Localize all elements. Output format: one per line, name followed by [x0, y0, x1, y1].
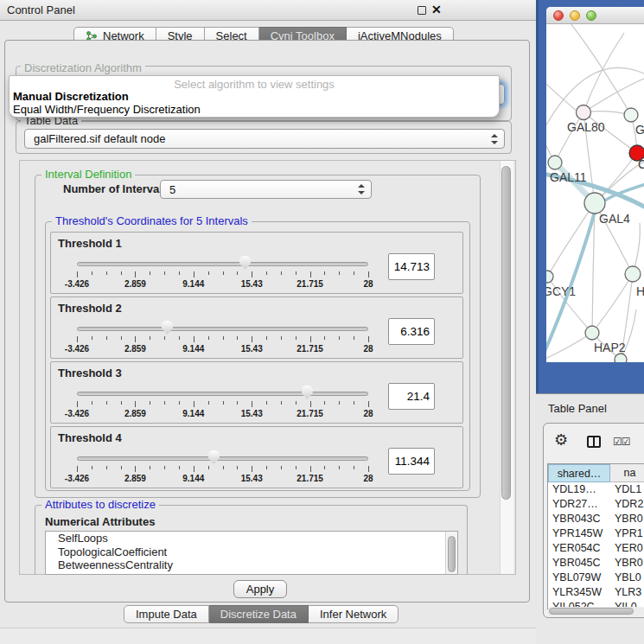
- table-row[interactable]: YDR27…YDR2: [548, 497, 644, 512]
- table-row[interactable]: YDL19…YDL1: [548, 482, 644, 497]
- slider-minor-tick: [296, 336, 296, 340]
- slider-tick: [77, 271, 78, 277]
- table-cell[interactable]: YPR145W: [548, 526, 610, 541]
- slider-minor-tick: [354, 401, 354, 405]
- table-cell[interactable]: YBL0: [610, 571, 644, 585]
- apply-button[interactable]: Apply: [233, 580, 287, 598]
- table-cell[interactable]: YBR0: [610, 556, 644, 571]
- attribute-list-item[interactable]: BetweennessCentrality: [46, 558, 457, 572]
- slider-minor-tick: [121, 271, 122, 275]
- table-horizontal-scrollbar[interactable]: [548, 607, 644, 615]
- slider-track[interactable]: [77, 262, 368, 266]
- table-row[interactable]: YLR345WYLR3: [548, 585, 644, 600]
- slider-minor-tick: [92, 401, 92, 405]
- checkbox-icons[interactable]: ☑☑: [613, 436, 630, 448]
- table-cell[interactable]: YDL19…: [548, 482, 610, 497]
- list-scrollbar[interactable]: [445, 532, 457, 574]
- table-cell[interactable]: YPR1: [610, 526, 644, 541]
- network-node[interactable]: [548, 156, 562, 169]
- tab-infer-network[interactable]: Infer Network: [309, 605, 399, 623]
- minimize-traffic-light-icon[interactable]: [570, 10, 580, 21]
- dropdown-option-equal-width-frequency[interactable]: Equal Width/Frequency Discretization: [10, 103, 499, 116]
- tab-discretize-data[interactable]: Discretize Data: [209, 605, 309, 623]
- dropdown-placeholder-item[interactable]: Select algorithm to view settings: [10, 76, 499, 90]
- slider-tick-label: 28: [363, 344, 373, 354]
- table-row[interactable]: YBR045CYBR0: [548, 556, 644, 571]
- table-cell[interactable]: YBR0: [610, 512, 644, 526]
- slider-minor-tick: [281, 271, 282, 275]
- table-row[interactable]: YBL079WYBL0: [548, 571, 644, 585]
- table-cell[interactable]: YBR043C: [548, 512, 610, 526]
- slider-tick-label: 15.43: [241, 409, 263, 418]
- slider-tick-label: 9.144: [182, 279, 204, 289]
- attribute-list-item[interactable]: SelfLoops: [46, 532, 457, 545]
- slider-minor-tick: [208, 336, 209, 340]
- network-node[interactable]: [577, 105, 591, 120]
- table-cell[interactable]: YER0: [610, 541, 644, 556]
- table-cell[interactable]: YER054C: [548, 541, 610, 556]
- slider-minor-tick: [354, 466, 354, 469]
- threshold-4-value-input[interactable]: [388, 448, 435, 475]
- close-icon[interactable]: ✕: [431, 3, 442, 16]
- table-horizontal-scrollbar-thumb[interactable]: [549, 608, 634, 615]
- table-cell[interactable]: YDL1: [610, 482, 644, 497]
- column-browser-icon[interactable]: [587, 436, 601, 448]
- table-data-combobox[interactable]: galFiltered.sif default node: [24, 129, 505, 149]
- threshold-3-value-input[interactable]: [388, 383, 435, 410]
- network-view-canvas[interactable]: GAL80GACGAL11GAL4GCY1HHAP2: [546, 24, 644, 362]
- slider-thumb[interactable]: [239, 256, 251, 270]
- gear-icon[interactable]: ⚙: [554, 432, 568, 448]
- slider-minor-tick: [324, 466, 325, 469]
- threshold-2-value-input[interactable]: [388, 318, 435, 345]
- network-node[interactable]: [546, 271, 553, 283]
- slider-minor-tick: [208, 401, 209, 405]
- network-node[interactable]: [624, 108, 638, 122]
- slider-track[interactable]: [77, 392, 368, 396]
- table-row[interactable]: YER054CYER0: [548, 541, 644, 556]
- network-window-titlebar[interactable]: [546, 7, 644, 24]
- table-cell[interactable]: YDR27…: [548, 497, 610, 512]
- slider-tick: [310, 466, 311, 472]
- tab-impute-data[interactable]: Impute Data: [124, 605, 209, 623]
- column-header-shared-name[interactable]: shared…: [548, 464, 610, 482]
- network-node[interactable]: [585, 326, 599, 340]
- network-node[interactable]: [584, 193, 605, 214]
- numerical-attributes-list[interactable]: SelfLoopsTopologicalCoefficientBetweenne…: [45, 531, 458, 575]
- slider-minor-tick: [106, 271, 107, 275]
- slider-thumb[interactable]: [302, 386, 313, 399]
- slider-minor-tick: [223, 401, 224, 405]
- network-node[interactable]: [615, 354, 627, 362]
- slider-minor-tick: [281, 466, 282, 469]
- slider-minor-tick: [237, 466, 238, 469]
- close-traffic-light-icon[interactable]: [553, 10, 564, 21]
- vertical-scrollbar-thumb[interactable]: [501, 166, 511, 500]
- slider-minor-tick: [179, 271, 180, 275]
- network-node[interactable]: [625, 266, 641, 282]
- list-scrollbar-thumb[interactable]: [448, 536, 456, 572]
- interval-definition-group-title: Interval Definition: [41, 169, 135, 181]
- slider-thumb[interactable]: [162, 321, 173, 335]
- float-window-icon[interactable]: [418, 6, 426, 15]
- table-row[interactable]: YBR043CYBR0: [548, 512, 644, 526]
- slider-track[interactable]: [77, 327, 368, 331]
- slider-minor-tick: [164, 466, 165, 469]
- threshold-1-value-input[interactable]: [388, 253, 435, 280]
- number-of-intervals-combobox[interactable]: 5: [160, 180, 372, 199]
- slider-track[interactable]: [77, 456, 368, 461]
- slider-tick-label: -3.426: [65, 344, 89, 354]
- table-cell[interactable]: YLR345W: [548, 585, 610, 600]
- slider-minor-tick: [121, 466, 122, 469]
- table-row[interactable]: YPR145WYPR1: [548, 526, 644, 541]
- table-cell[interactable]: YBL079W: [548, 571, 610, 585]
- table-cell[interactable]: YLR3: [610, 585, 644, 600]
- table-cell[interactable]: YBR045C: [548, 556, 610, 571]
- table-cell[interactable]: YDR2: [610, 497, 644, 512]
- slider-minor-tick: [281, 401, 282, 405]
- slider-tick-label: -3.426: [65, 474, 89, 483]
- column-header-name[interactable]: na: [610, 464, 644, 482]
- dropdown-option-manual-discretization[interactable]: Manual Discretization: [10, 90, 499, 103]
- slider-thumb[interactable]: [208, 450, 220, 464]
- attribute-list-item[interactable]: TopologicalCoefficient: [46, 545, 457, 559]
- zoom-traffic-light-icon[interactable]: [586, 10, 596, 21]
- slider-tick-label: 9.144: [182, 409, 204, 418]
